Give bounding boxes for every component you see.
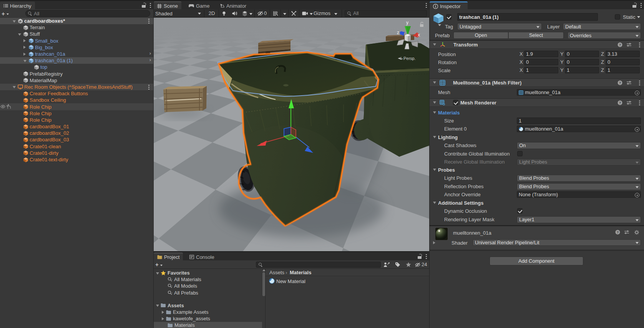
svg-text:?: ? xyxy=(619,101,621,105)
svg-text:y: y xyxy=(406,20,408,25)
svg-text:Persp.: Persp. xyxy=(403,56,416,61)
svg-text:?: ? xyxy=(619,43,621,47)
svg-text:x: x xyxy=(418,32,420,38)
svg-text:z: z xyxy=(397,30,399,35)
svg-text:?: ? xyxy=(617,230,619,234)
svg-text:?: ? xyxy=(619,81,621,85)
